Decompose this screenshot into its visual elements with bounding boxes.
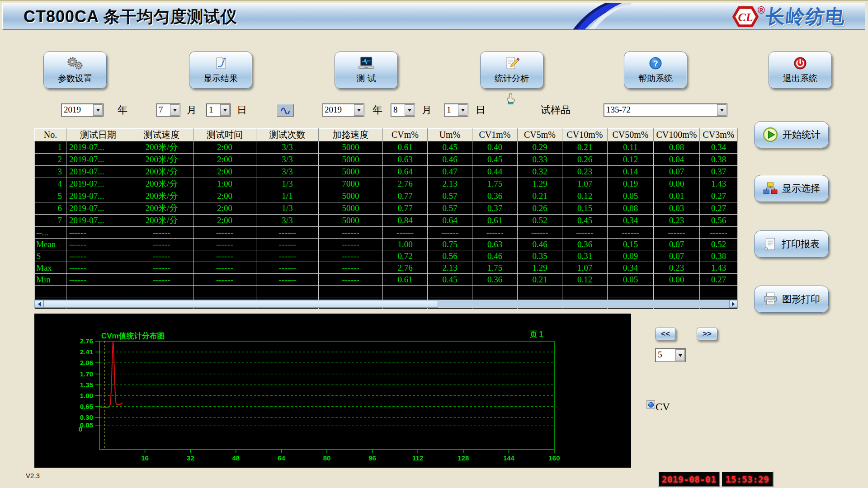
table-cell: ------ [562,227,608,239]
cv-toggle: CV [646,400,670,413]
column-header: CV3m% [700,129,738,141]
table-cell: 0.77 [383,190,428,202]
table-cell: 2019-07... [66,215,130,227]
table-cell: 1.75 [472,178,518,190]
table-cell: 0.63 [472,239,518,250]
table-cell: ------ [700,227,738,239]
swoosh-decoration [523,3,640,29]
table-row[interactable]: 72019-07...200米/分2:003/350000.840.640.61… [35,215,738,227]
statistics-button[interactable]: 统计分析 [480,52,543,89]
table-cell: 0.47 [428,166,472,178]
table-cell: ------ [193,250,256,262]
table-row[interactable]: 52019-07...200米/分2:001/150000.770.570.36… [35,190,738,202]
chevron-down-icon[interactable] [717,104,726,116]
svg-text:0.30: 0.30 [80,413,93,421]
table-row-empty [35,286,738,297]
table-cell: 2:00 [193,190,256,202]
chevron-down-icon[interactable] [675,349,685,361]
table-cell: 0.23 [654,215,700,227]
start-year-select[interactable]: 2019 [61,103,104,117]
table-row[interactable]: Mean------------------------------1.000.… [35,239,738,250]
table-cell: 2019-07... [66,141,130,154]
print-graph-button[interactable]: 图形打印 [754,286,829,313]
table-cell: 2019-07... [66,178,130,190]
table-row[interactable]: 62019-07...200米/分2:001/350000.770.570.37… [35,202,738,215]
prev-page-button[interactable]: << [655,328,676,340]
table-row[interactable]: Min------------------------------0.610.4… [35,274,738,286]
help-button[interactable]: ? 帮助系统 [624,52,687,89]
chevron-down-icon[interactable] [93,104,103,116]
table-cell: ------ [319,262,383,274]
svg-text:96: 96 [368,454,376,462]
chevron-down-icon[interactable] [170,104,179,116]
sample-select[interactable]: 135-72 [604,103,727,117]
chevron-down-icon[interactable] [354,104,363,116]
display-select-button[interactable]: 显示选择 [754,175,829,202]
end-day-select[interactable]: 1 [444,103,468,117]
table-row[interactable]: S------------------------------0.720.560… [35,250,738,262]
version-label: V2.3 [26,472,40,479]
table-cell: 0.56 [700,215,738,227]
table-cell: 0.64 [428,215,472,227]
table-cell: ------ [256,227,319,239]
table-cell: 0.36 [472,190,518,202]
scroll-right-button[interactable] [729,300,738,308]
start-day-label: 日 [237,103,247,117]
table-cell: ------ [654,227,700,239]
table-row[interactable]: 22019-07...200米/分2:003/350000.630.460.45… [35,154,738,166]
table-cell: 0.45 [562,215,608,227]
table-cell: 1.43 [700,178,738,190]
show-results-button[interactable]: 显示结果 [189,52,252,89]
scrollbar-thumb[interactable] [43,300,438,308]
cv-sphere-icon[interactable] [646,400,655,409]
table-cell: 2:00 [193,215,256,227]
registered-mark: ® [758,5,765,16]
end-year-select[interactable]: 2019 [322,103,364,117]
play-icon [762,127,778,143]
table-cell: 0.12 [562,274,608,286]
table-cell: Min [35,274,66,286]
next-page-button[interactable]: >> [697,328,717,340]
end-month-select[interactable]: 8 [391,103,415,117]
scrollbar-track[interactable] [438,300,729,308]
test-monitor-icon [358,56,375,70]
start-month-label: 月 [187,103,197,117]
table-cell: 0.27 [700,202,738,215]
table-row[interactable]: Max------------------------------2.762.1… [35,262,738,274]
table-cell: 0.57 [428,202,472,215]
exit-button[interactable]: 退出系统 [769,52,832,89]
table-row[interactable]: 42019-07...200米/分1:001/370002.762.131.75… [35,178,738,190]
print-report-button[interactable]: 打印报表 [754,230,829,258]
table-cell: 0.26 [518,202,562,215]
table-cell: 0.12 [562,190,608,202]
chevron-down-icon[interactable] [405,104,414,116]
start-month-select[interactable]: 7 [156,103,180,117]
table-cell: 0.19 [608,178,654,190]
table-cell: 0.61 [383,274,428,286]
chevron-down-icon[interactable] [220,104,230,116]
scroll-left-button[interactable] [35,300,43,308]
table-cell: ------ [66,239,130,250]
chevron-down-icon[interactable] [458,104,467,116]
table-cell: ------ [256,262,319,274]
start-statistics-button[interactable]: 开始统计 [754,121,829,148]
test-button[interactable]: 测 试 [335,52,398,89]
table-cell: ------ [256,239,319,250]
table-row[interactable]: --...-----------------------------------… [35,227,738,239]
title-bar: CT800CA 条干均匀度测试仪 CL ® 长岭纺电 [2,3,865,30]
table-row[interactable]: 32019-07...200米/分2:003/350000.640.470.44… [35,166,738,178]
start-day-select[interactable]: 1 [206,103,231,117]
table-cell: 1.07 [562,178,608,190]
table-cell: ------ [193,262,256,274]
page-size-select[interactable]: 5 [655,348,686,362]
table-cell: 0.07 [654,250,700,262]
table-horizontal-scrollbar[interactable] [34,300,738,308]
table-cell: ------ [518,227,562,239]
table-cell: 2.13 [428,178,472,190]
svg-text:80: 80 [323,454,331,462]
table-cell: 3/3 [256,166,319,178]
settings-button[interactable]: 参数设置 [43,52,107,89]
table-cell: 1/1 [256,190,319,202]
table-cell: ------ [66,250,130,262]
table-row[interactable]: 12019-07...200米/分2:003/350000.610.450.40… [35,141,738,154]
